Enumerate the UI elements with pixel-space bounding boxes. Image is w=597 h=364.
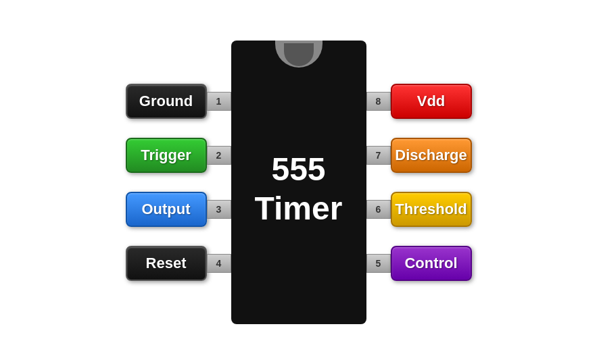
threshold-button[interactable]: Threshold xyxy=(391,192,472,227)
trigger-button[interactable]: Trigger xyxy=(126,138,207,173)
ic-chip: 555 Timer xyxy=(231,41,366,324)
ic-title-line1: 555 xyxy=(255,150,343,189)
pin-row-trigger: Trigger 2 xyxy=(126,138,231,173)
pin-row-threshold: 6 Threshold xyxy=(366,192,472,227)
pin-connector-6: 6 xyxy=(366,200,391,219)
ic-notch xyxy=(275,41,323,68)
pin-row-vdd: 8 Vdd xyxy=(366,84,472,119)
ic-title: 555 Timer xyxy=(255,150,343,228)
right-pins: 8 Vdd 7 Discharge 6 Threshold 5 Control xyxy=(366,84,472,281)
pin-row-control: 5 Control xyxy=(366,246,472,281)
pin-row-ground: Ground 1 xyxy=(126,84,231,119)
ic-layout: Ground 1 Trigger 2 Output 3 Reset 4 xyxy=(126,41,472,324)
ic-notch-inner xyxy=(284,43,314,66)
vdd-button[interactable]: Vdd xyxy=(391,84,472,119)
pin-row-discharge: 7 Discharge xyxy=(366,138,472,173)
left-pins: Ground 1 Trigger 2 Output 3 Reset 4 xyxy=(126,84,231,281)
pin-row-reset: Reset 4 xyxy=(126,246,231,281)
output-button[interactable]: Output xyxy=(126,192,207,227)
pin-connector-3: 3 xyxy=(207,200,231,219)
pin-connector-7: 7 xyxy=(366,146,391,165)
pin-row-output: Output 3 xyxy=(126,192,231,227)
pin-connector-4: 4 xyxy=(207,254,231,273)
ic-title-line2: Timer xyxy=(255,189,343,228)
reset-button[interactable]: Reset xyxy=(126,246,207,281)
diagram-container: Ground 1 Trigger 2 Output 3 Reset 4 xyxy=(0,0,597,364)
discharge-button[interactable]: Discharge xyxy=(391,138,472,173)
pin-connector-1: 1 xyxy=(207,92,231,111)
pin-connector-2: 2 xyxy=(207,146,231,165)
pin-connector-5: 5 xyxy=(366,254,391,273)
pin-connector-8: 8 xyxy=(366,92,391,111)
control-button[interactable]: Control xyxy=(391,246,472,281)
ground-button[interactable]: Ground xyxy=(126,84,207,119)
